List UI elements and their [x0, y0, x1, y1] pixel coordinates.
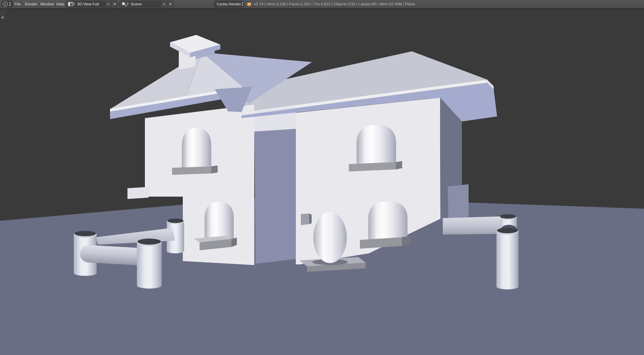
window-dome	[182, 128, 211, 169]
menu-file[interactable]: File	[13, 0, 22, 8]
railing-post-base	[496, 284, 519, 290]
viewport-canvas[interactable]	[0, 9, 644, 355]
left-wall-ledge	[127, 187, 149, 199]
blender-window: i File Render Window Help 3D View Full +…	[0, 0, 644, 355]
render-engine-name: Cycles Render	[214, 2, 241, 6]
railing-rail	[443, 216, 500, 235]
info-header: i File Render Window Help 3D View Full +…	[0, 0, 644, 9]
right-side-wall-step	[448, 184, 469, 219]
railing-post-cap	[499, 214, 516, 219]
dropdown-arrows-icon	[241, 2, 243, 6]
bench-post-base	[74, 270, 97, 276]
bench-post-base	[137, 283, 162, 289]
window-dome	[357, 125, 396, 165]
add-screen-layout-button[interactable]: +	[105, 1, 111, 7]
bench-post-base	[167, 249, 184, 253]
window-sill-end	[211, 165, 218, 173]
scene-statistics: v2.74 | Verts:3,336 | Faces:2,352 | Tris…	[254, 0, 415, 8]
railing-post-front	[496, 231, 519, 287]
render-engine-selector[interactable]: Cycles Render	[214, 1, 244, 7]
window-sill-end	[396, 161, 402, 169]
editor-type-selector[interactable]: i	[1, 1, 13, 7]
bench-post-cap	[167, 219, 183, 223]
blender-logo-icon	[246, 1, 252, 7]
doorbell-plate[interactable]	[301, 213, 312, 225]
connector-shadow-wall	[254, 129, 296, 264]
window-dome	[368, 201, 408, 241]
close-screen-layout-button[interactable]: ✕	[111, 1, 118, 7]
scene-name[interactable]: Scene	[129, 1, 161, 7]
add-scene-button[interactable]: +	[161, 1, 167, 7]
screen-layout-selector[interactable]: 3D View Full + ✕	[66, 1, 118, 7]
menu-help[interactable]: Help	[55, 0, 65, 8]
info-editor-icon: i	[3, 2, 8, 7]
viewport-3d[interactable]	[0, 9, 644, 355]
close-scene-button[interactable]: ✕	[167, 1, 173, 7]
railing-post-cap	[497, 228, 518, 233]
dropdown-arrows-icon	[73, 2, 75, 6]
menu-render[interactable]: Render	[24, 0, 39, 8]
screen-layout-icon	[66, 1, 75, 7]
menu-window[interactable]: Window	[39, 0, 55, 8]
scene-icon	[120, 1, 129, 7]
dropdown-arrows-icon	[126, 2, 129, 6]
screen-layout-name[interactable]: 3D View Full	[75, 1, 105, 7]
door-egg-body	[313, 212, 347, 263]
window-dome	[205, 202, 234, 242]
window-sill	[172, 166, 211, 175]
window-sill-end	[402, 236, 410, 246]
doorbell-edge	[309, 213, 312, 224]
bench-post-cap	[138, 239, 161, 245]
bench-post-front	[137, 242, 162, 286]
scene-selector[interactable]: Scene + ✕	[119, 1, 174, 7]
doorbell-face	[301, 213, 309, 225]
dropdown-arrows-icon	[8, 2, 11, 6]
bench-post-cap	[74, 231, 96, 236]
